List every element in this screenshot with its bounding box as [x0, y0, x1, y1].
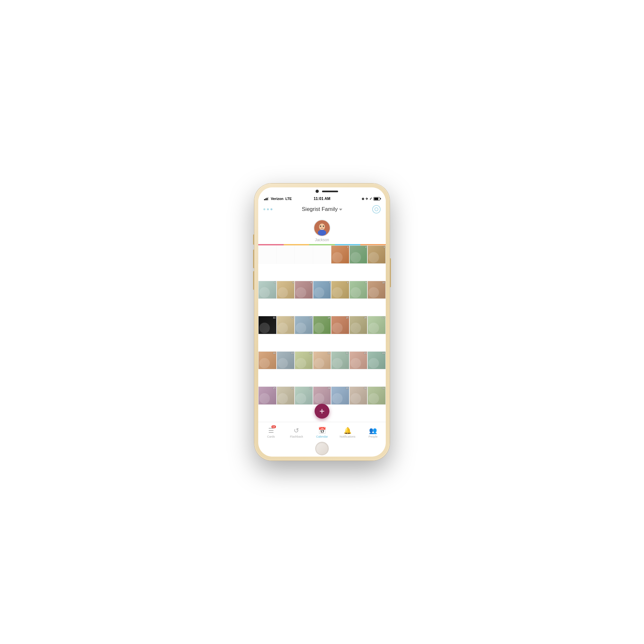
tab-cards[interactable]: ☰ 14 Cards	[258, 425, 284, 438]
day-number-23: 23	[364, 352, 367, 354]
day-number-4: 4	[274, 281, 276, 284]
calendar-cell-17[interactable]: 14	[313, 316, 331, 334]
day-number-24: 24	[382, 352, 385, 354]
cell-decoration	[259, 393, 270, 404]
cell-decoration	[296, 393, 306, 404]
cell-decoration	[314, 358, 325, 369]
phone-screen: Verizon LTE 11:01 AM ⊕ ✈ ✓	[258, 187, 386, 457]
cell-decoration	[368, 252, 379, 263]
calendar-cell-23[interactable]: 20	[295, 351, 313, 370]
location-icon: ⊕	[362, 197, 364, 201]
cell-decoration	[332, 287, 343, 298]
volume-up-button[interactable]	[253, 250, 254, 268]
cards-badge: 14	[271, 425, 276, 428]
day-number-15: 15	[346, 317, 348, 319]
signal-bars	[264, 197, 269, 200]
calendar-cell-21[interactable]: 18	[258, 351, 277, 370]
calendar-cell-1[interactable]	[277, 245, 295, 264]
tab-calendar[interactable]: 📅 Calendar	[309, 425, 335, 438]
tab-people[interactable]: 👥 People	[360, 425, 386, 438]
notifications-icon: 🔔	[344, 427, 352, 434]
tab-notifications[interactable]: 🔔 Notifications	[335, 425, 360, 438]
calendar-cell-8[interactable]: 5	[277, 281, 295, 299]
calendar-cell-32[interactable]: 29	[331, 386, 349, 405]
tab-flashback[interactable]: ↺ Flashback	[284, 425, 309, 438]
tab-flashback-icon-wrap: ↺	[294, 427, 299, 434]
calendar-cell-30[interactable]: 27	[295, 386, 313, 405]
day-number-3: 3	[384, 246, 385, 248]
calendar-cell-34[interactable]: 31	[367, 386, 386, 405]
calendar-cell-29[interactable]: 26	[277, 386, 295, 405]
front-camera	[316, 190, 319, 193]
people-label: People	[368, 435, 377, 438]
mute-button[interactable]	[253, 234, 254, 245]
calendar-cell-10[interactable]: 7	[313, 281, 331, 299]
add-photo-button[interactable]: +	[315, 404, 329, 419]
day-number-20: 20	[309, 352, 312, 354]
calendar-cell-5[interactable]: 2	[349, 245, 368, 264]
status-right: ⊕ ✈ ✓	[341, 197, 380, 201]
cell-decoration	[332, 323, 343, 333]
people-icon: 👥	[369, 427, 377, 434]
day-number-7: 7	[329, 281, 330, 284]
calendar-cell-4[interactable]: 1	[331, 245, 349, 264]
calendar-cell-7[interactable]: 4	[258, 281, 277, 299]
volume-down-button[interactable]	[253, 271, 254, 290]
calendar-cell-18[interactable]: 15	[331, 316, 349, 334]
cell-decoration	[278, 393, 288, 404]
signal-bar-2	[265, 198, 266, 200]
tab-calendar-icon-wrap: 📅	[318, 427, 326, 434]
calendar-cell-12[interactable]: 9	[349, 281, 368, 299]
calendar-label: Calendar	[316, 435, 328, 438]
home-button[interactable]	[315, 442, 329, 455]
dots-menu[interactable]	[263, 208, 293, 210]
calendar-cell-6[interactable]: 3	[367, 245, 386, 264]
calendar-cell-31[interactable]: 28	[313, 386, 331, 405]
app-header: Siegrist Family	[258, 202, 386, 216]
calendar-cell-11[interactable]: 8	[331, 281, 349, 299]
day-number-28: 28	[327, 387, 330, 389]
calendar-cell-33[interactable]: 30	[349, 386, 368, 405]
header-right	[351, 205, 381, 213]
settings-icon[interactable]	[372, 205, 381, 213]
status-left: Verizon LTE	[264, 197, 303, 201]
calendar-cell-19[interactable]: 16	[349, 316, 368, 334]
calendar-cell-28[interactable]: 25	[258, 386, 277, 405]
calendar-cell-9[interactable]: 6	[295, 281, 313, 299]
flashback-icon: ↺	[294, 427, 299, 434]
svg-point-1	[319, 223, 325, 230]
calendar-cell-15[interactable]: 12	[277, 316, 295, 334]
profile-avatar[interactable]	[314, 220, 330, 236]
cell-decoration	[368, 393, 379, 404]
calendar-cell-0[interactable]	[258, 245, 277, 264]
calendar-cell-24[interactable]: 21	[313, 351, 331, 370]
header-title[interactable]: Siegrist Family	[293, 206, 351, 213]
calendar-cell-2[interactable]	[295, 245, 313, 264]
calendar-cell-22[interactable]: 19	[277, 351, 295, 370]
gear-inner	[374, 207, 378, 211]
calendar-cell-14[interactable]: 11	[258, 316, 277, 334]
cell-decoration	[278, 358, 288, 369]
power-button[interactable]	[390, 258, 391, 287]
day-number-25: 25	[273, 387, 276, 389]
calendar-cell-25[interactable]: 22	[331, 351, 349, 370]
calendar-cell-13[interactable]: 10	[367, 281, 386, 299]
tab-cards-icon-wrap: ☰ 14	[268, 427, 274, 434]
day-number-17: 17	[382, 317, 385, 319]
day-number-13: 13	[309, 317, 312, 319]
day-number-2: 2	[365, 246, 367, 248]
calendar-cell-26[interactable]: 23	[349, 351, 368, 370]
calendar-cell-16[interactable]: 13	[295, 316, 313, 334]
calendar-cell-20[interactable]: 17	[367, 316, 386, 334]
cell-decoration	[314, 287, 325, 298]
signal-bar-1	[264, 199, 265, 200]
cell-decoration	[368, 323, 379, 333]
header-left	[263, 208, 293, 210]
day-number-9: 9	[365, 281, 367, 284]
carrier-label: Verizon	[271, 197, 283, 201]
calendar-cell-3[interactable]	[313, 245, 331, 264]
tab-bar: ☰ 14 Cards ↺ Flashback 📅 Calendar	[258, 422, 386, 440]
dot-1	[263, 208, 265, 210]
cell-decoration	[350, 393, 361, 404]
calendar-cell-27[interactable]: 24	[367, 351, 386, 370]
